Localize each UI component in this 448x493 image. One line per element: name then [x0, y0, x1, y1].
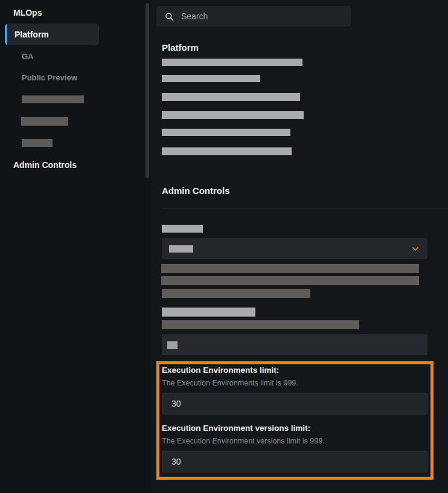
settings-window: MLOps Platform GA Public Preview Admin C…	[0, 0, 448, 493]
execution-environments-limit-input[interactable]	[162, 393, 427, 414]
redacted-text	[161, 276, 419, 285]
redacted-setting	[162, 75, 260, 82]
execution-environment-versions-limit-description: The Execution Environment versions limit…	[162, 437, 325, 445]
chevron-down-icon	[411, 244, 420, 254]
execution-environment-versions-limit-label: Execution Environment versions limit:	[162, 424, 310, 433]
redacted-nav-item	[21, 117, 68, 126]
redacted-setting	[162, 111, 304, 119]
selected-accent-bar	[5, 24, 7, 45]
platform-section-heading: Platform	[162, 42, 199, 53]
redacted-text	[162, 289, 310, 298]
sidebar-item-admin-controls: Admin Controls	[13, 160, 77, 170]
sidebar-item-public-preview[interactable]: Public Preview	[22, 73, 77, 82]
redacted-text-input[interactable]	[162, 334, 427, 355]
execution-environments-limit-label: Execution Environments limit:	[162, 366, 279, 375]
redacted-text	[161, 264, 419, 273]
execution-environments-limit-description: The Execution Environments limit is 999.	[162, 379, 298, 387]
execution-environment-versions-limit-input[interactable]	[162, 451, 427, 472]
settings-dropdown[interactable]	[162, 238, 427, 259]
sidebar: MLOps Platform GA Public Preview Admin C…	[0, 0, 151, 493]
admin-controls-section-heading: Admin Controls	[162, 185, 230, 196]
sidebar-item-mlops: MLOps	[13, 8, 42, 18]
sidebar-item-ga[interactable]: GA	[22, 52, 34, 61]
sidebar-item-label: Platform	[14, 30, 49, 39]
redacted-setting	[162, 59, 302, 66]
redacted-setting	[162, 93, 300, 101]
section-divider	[162, 208, 448, 208]
scrollbar-thumb[interactable]	[146, 3, 149, 178]
search-icon	[165, 12, 174, 21]
redacted-field-label	[162, 225, 203, 233]
redacted-setting	[162, 129, 290, 136]
redacted-field-label	[162, 308, 255, 317]
redacted-setting	[162, 147, 292, 155]
search-box	[156, 6, 351, 27]
redacted-nav-item	[22, 95, 84, 103]
redacted-selected-option	[169, 245, 193, 253]
sidebar-item-platform[interactable]: Platform	[5, 24, 99, 45]
redacted-text	[162, 320, 359, 329]
search-input[interactable]	[180, 11, 351, 22]
redacted-nav-item	[22, 139, 53, 147]
redacted-value	[167, 341, 178, 349]
